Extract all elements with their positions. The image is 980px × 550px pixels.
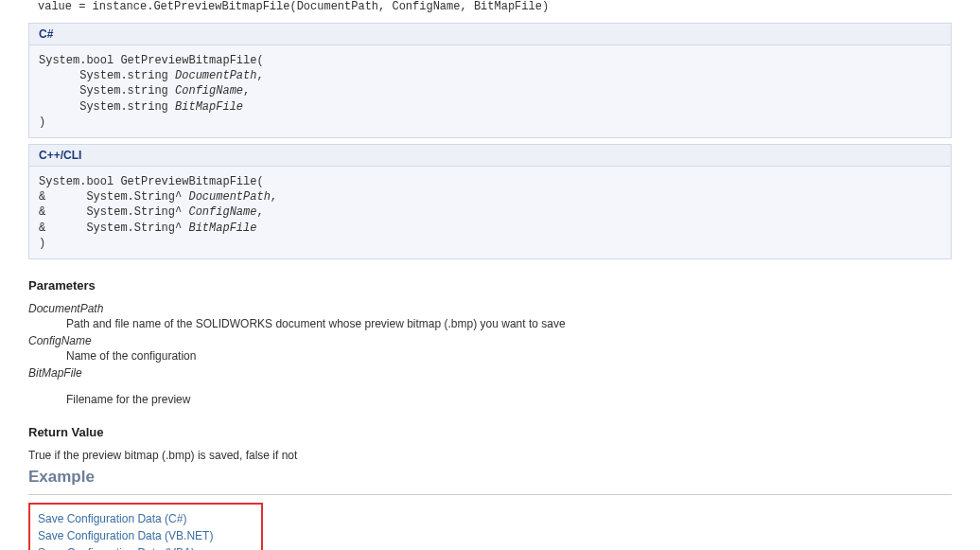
csharp-header: C# xyxy=(28,23,952,45)
parameters-heading: Parameters xyxy=(28,278,952,293)
cppcli-section: C++/CLI System.bool GetPreviewBitmapFile… xyxy=(28,144,952,259)
return-value-heading: Return Value xyxy=(28,425,952,439)
param-configname-name: ConfigName xyxy=(28,334,952,347)
example-links-highlight-box: Save Configuration Data (C#) Save Config… xyxy=(28,503,263,550)
param-bitmapfile-desc: Filename for the preview xyxy=(66,393,952,406)
param-documentpath-desc: Path and file name of the SOLIDWORKS doc… xyxy=(66,317,952,330)
csharp-section: C# System.bool GetPreviewBitmapFile( Sys… xyxy=(28,23,952,138)
param-configname-desc: Name of the configuration xyxy=(66,349,952,363)
example-link-vbnet[interactable]: Save Configuration Data (VB.NET) xyxy=(38,527,254,544)
param-documentpath-name: DocumentPath xyxy=(28,302,952,315)
example-divider xyxy=(28,494,952,495)
cppcli-code: System.bool GetPreviewBitmapFile( & Syst… xyxy=(28,167,952,259)
csharp-code: System.bool GetPreviewBitmapFile( System… xyxy=(28,45,952,138)
example-link-csharp[interactable]: Save Configuration Data (C#) xyxy=(38,510,254,527)
top-code-preview: value = instance.GetPreviewBitmapFile(Do… xyxy=(28,0,952,17)
cppcli-header: C++/CLI xyxy=(28,144,952,167)
example-link-vba[interactable]: Save Configuration Data (VBA) xyxy=(38,544,254,550)
param-bitmapfile-name: BitMapFile xyxy=(28,366,952,380)
return-value-text: True if the preview bitmap (.bmp) is sav… xyxy=(28,449,952,462)
example-heading: Example xyxy=(28,468,952,487)
